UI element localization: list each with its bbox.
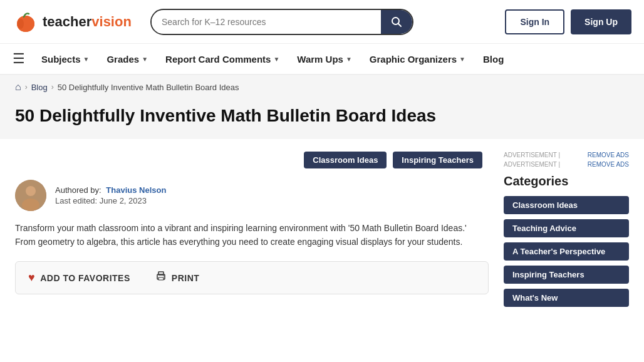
svg-point-11 bbox=[163, 276, 164, 277]
tag-inspiring-teachers[interactable]: Inspiring Teachers bbox=[393, 152, 482, 168]
signup-button[interactable]: Sign Up bbox=[571, 9, 631, 34]
nav-item-warm-ups[interactable]: Warm Ups ▼ bbox=[289, 49, 360, 70]
print-label: Print bbox=[172, 273, 200, 283]
svg-point-2 bbox=[18, 19, 24, 29]
tags-row: Classroom Ideas Inspiring Teachers bbox=[15, 152, 489, 168]
page-title-bar: 50 Delightfully Inventive Math Bulletin … bbox=[0, 99, 644, 139]
add-to-favorites-label: ADD TO FAVORITES bbox=[40, 273, 130, 283]
grades-chevron-icon: ▼ bbox=[142, 56, 148, 63]
search-input[interactable] bbox=[152, 11, 381, 33]
logo-vision: vision bbox=[91, 14, 132, 29]
breadcrumb: ⌂ › Blog › 50 Delightfully Inventive Mat… bbox=[0, 75, 644, 99]
breadcrumb-home-icon[interactable]: ⌂ bbox=[15, 81, 21, 93]
category-tag-classroom-ideas[interactable]: Classroom Ideas bbox=[504, 196, 629, 214]
author-date: Last edited: June 2, 2023 bbox=[55, 196, 166, 205]
add-to-favorites-button[interactable]: ♥ ADD TO FAVORITES bbox=[28, 271, 130, 284]
ad-row-2: ADVERTISEMENT | REMOVE ADS bbox=[504, 161, 629, 168]
print-icon bbox=[155, 271, 167, 285]
main-content: Classroom Ideas Inspiring Teachers Autho… bbox=[0, 139, 644, 324]
nav-warm-ups-label: Warm Ups bbox=[297, 54, 343, 65]
remove-ads-link-2[interactable]: REMOVE ADS bbox=[588, 161, 629, 168]
breadcrumb-sep-1: › bbox=[25, 83, 28, 91]
author-info: Authored by: Thavius Nelson Last edited:… bbox=[55, 185, 166, 205]
graphic-organizers-chevron-icon: ▼ bbox=[459, 56, 465, 63]
article-body: Transform your math classroom into a vib… bbox=[15, 221, 489, 249]
logo-teacher: teacher bbox=[43, 14, 91, 29]
breadcrumb-sep-2: › bbox=[51, 83, 54, 91]
categories-title: Categories bbox=[504, 174, 629, 189]
nav-item-report-card[interactable]: Report Card Comments ▼ bbox=[158, 49, 287, 70]
avatar-image bbox=[15, 180, 46, 211]
header-buttons: Sign In Sign Up bbox=[505, 9, 631, 34]
search-button[interactable] bbox=[381, 10, 412, 34]
svg-point-6 bbox=[26, 186, 36, 196]
ad-row-1: ADVERTISEMENT | REMOVE ADS bbox=[504, 152, 629, 158]
breadcrumb-current-page: 50 Delightfully Inventive Math Bulletin … bbox=[58, 83, 239, 92]
author-name-link[interactable]: Thavius Nelson bbox=[106, 185, 166, 195]
svg-rect-10 bbox=[158, 277, 164, 280]
category-tag-inspiring-teachers[interactable]: Inspiring Teachers bbox=[504, 266, 629, 284]
print-button[interactable]: Print bbox=[155, 271, 200, 285]
logo: teachervision bbox=[13, 9, 138, 35]
ad-label-1: ADVERTISEMENT | bbox=[504, 152, 560, 158]
nav-grades-label: Grades bbox=[106, 54, 139, 65]
page-title: 50 Delightfully Inventive Math Bulletin … bbox=[15, 105, 629, 127]
svg-point-7 bbox=[22, 199, 39, 211]
nav-item-blog[interactable]: Blog bbox=[475, 49, 511, 70]
sidebar: ADVERTISEMENT | REMOVE ADS ADVERTISEMENT… bbox=[504, 152, 629, 312]
search-bar bbox=[150, 9, 413, 35]
subjects-chevron-icon: ▼ bbox=[83, 56, 90, 63]
warm-ups-chevron-icon: ▼ bbox=[346, 56, 352, 63]
avatar bbox=[15, 180, 46, 211]
ad-label-2: ADVERTISEMENT | bbox=[504, 161, 560, 168]
authored-by-label: Authored by: Thavius Nelson bbox=[55, 185, 166, 195]
hamburger-menu[interactable]: ☰ bbox=[13, 51, 25, 67]
main-nav: ☰ Subjects ▼ Grades ▼ Report Card Commen… bbox=[0, 44, 644, 75]
category-tag-teachers-perspective[interactable]: A Teacher's Perspective bbox=[504, 242, 629, 261]
nav-item-graphic-organizers[interactable]: Graphic Organizers ▼ bbox=[362, 49, 473, 70]
heart-icon: ♥ bbox=[28, 271, 35, 284]
nav-report-card-label: Report Card Comments bbox=[165, 54, 271, 65]
category-tag-whats-new[interactable]: What's New bbox=[504, 289, 629, 307]
avatar-icon bbox=[15, 180, 46, 211]
author-row: Authored by: Thavius Nelson Last edited:… bbox=[15, 180, 489, 211]
nav-subjects-label: Subjects bbox=[41, 54, 81, 65]
svg-rect-9 bbox=[158, 272, 164, 275]
tag-classroom-ideas[interactable]: Classroom Ideas bbox=[304, 152, 387, 168]
logo-icon bbox=[13, 9, 39, 35]
category-tag-teaching-advice[interactable]: Teaching Advice bbox=[504, 219, 629, 237]
printer-icon bbox=[155, 271, 167, 282]
remove-ads-link-1[interactable]: REMOVE ADS bbox=[588, 152, 629, 158]
svg-line-4 bbox=[398, 23, 402, 26]
nav-item-grades[interactable]: Grades ▼ bbox=[99, 49, 155, 70]
article-area: Classroom Ideas Inspiring Teachers Autho… bbox=[15, 152, 489, 312]
logo-text: teachervision bbox=[43, 14, 132, 30]
search-icon bbox=[391, 16, 402, 28]
header: teachervision Sign In Sign Up bbox=[0, 0, 644, 44]
report-card-chevron-icon: ▼ bbox=[273, 56, 279, 63]
action-bar: ♥ ADD TO FAVORITES Print bbox=[15, 261, 489, 294]
signin-button[interactable]: Sign In bbox=[505, 9, 564, 34]
nav-item-subjects[interactable]: Subjects ▼ bbox=[34, 49, 96, 70]
breadcrumb-blog-link[interactable]: Blog bbox=[31, 83, 48, 92]
nav-graphic-organizers-label: Graphic Organizers bbox=[370, 54, 457, 65]
